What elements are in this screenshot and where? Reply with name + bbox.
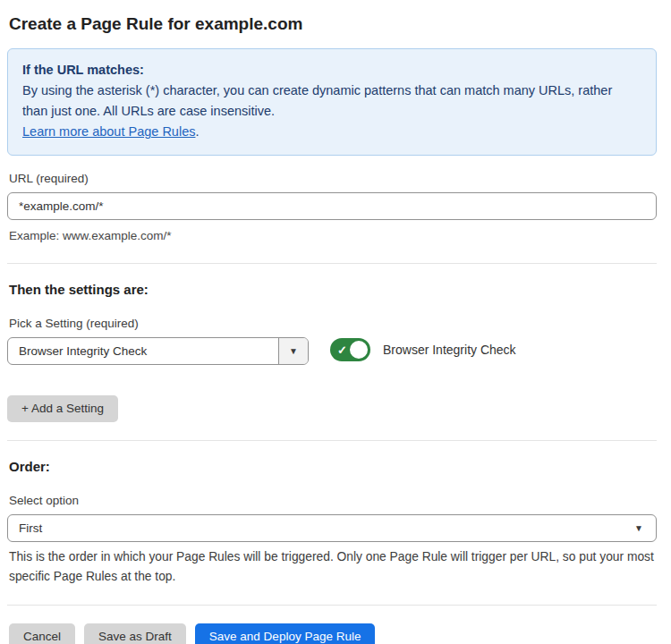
cancel-button[interactable]: Cancel (9, 623, 75, 644)
link-period: . (195, 124, 199, 139)
check-icon: ✓ (337, 343, 347, 357)
divider (7, 440, 657, 441)
order-helper-text: This is the order in which your Page Rul… (9, 547, 655, 587)
pick-setting-label: Pick a Setting (required) (9, 317, 657, 330)
settings-section-heading: Then the settings are: (9, 282, 657, 297)
info-box-body: By using the asterisk (*) character, you… (22, 80, 631, 122)
divider (7, 605, 657, 606)
create-page-rule-form: Create a Page Rule for example.com If th… (0, 0, 664, 644)
save-and-deploy-button[interactable]: Save and Deploy Page Rule (195, 623, 376, 644)
select-option-label: Select option (9, 494, 657, 507)
info-box-link-line: Learn more about Page Rules. (22, 122, 641, 142)
url-field-label: URL (required) (9, 172, 657, 185)
save-as-draft-button[interactable]: Save as Draft (84, 623, 186, 644)
chevron-down-icon: ▼ (634, 524, 643, 533)
info-box-heading: If the URL matches: (22, 60, 641, 80)
setting-select-value: Browser Integrity Check (8, 338, 278, 364)
footer-buttons: Cancel Save as Draft Save and Deploy Pag… (7, 623, 657, 644)
browser-integrity-check-toggle[interactable]: ✓ (330, 338, 370, 361)
learn-more-link[interactable]: Learn more about Page Rules (22, 124, 195, 139)
order-select-value: First (8, 515, 634, 541)
url-match-info-box: If the URL matches: By using the asteris… (7, 48, 657, 156)
toggle-knob (348, 339, 369, 360)
page-title: Create a Page Rule for example.com (7, 11, 657, 48)
add-setting-button[interactable]: + Add a Setting (7, 395, 118, 422)
setting-select-arrow-button[interactable]: ▼ (278, 338, 308, 364)
setting-row: Browser Integrity Check ▼ ✓ Browser Inte… (7, 337, 657, 365)
setting-select[interactable]: Browser Integrity Check ▼ (7, 337, 309, 365)
url-input[interactable] (7, 192, 657, 220)
divider (7, 263, 657, 264)
chevron-down-icon: ▼ (289, 347, 298, 356)
order-section-heading: Order: (9, 459, 657, 474)
toggle-wrap: ✓ Browser Integrity Check (330, 338, 516, 361)
toggle-label: Browser Integrity Check (383, 343, 516, 357)
order-select-arrow: ▼ (634, 515, 656, 541)
order-select[interactable]: First ▼ (7, 514, 657, 542)
url-example-helper: Example: www.example.com/* (9, 226, 655, 245)
